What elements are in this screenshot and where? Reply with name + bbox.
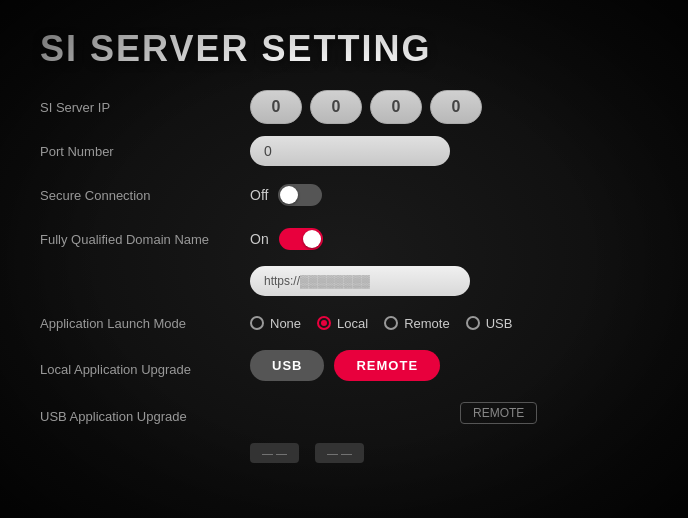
ip-octet-4[interactable]: 0 [430,90,482,124]
usb-remote-sub-label: REMOTE [460,402,537,424]
radio-local[interactable]: Local [317,316,368,331]
usb-app-upgrade-row: USB Application Upgrade REMOTE [40,399,648,433]
port-number-input[interactable]: 0 [250,136,450,166]
action-buttons: USB REMOTE [250,350,440,381]
secure-connection-label: Secure Connection [40,188,250,203]
url-input[interactable]: https:// ▓▓▓▓▓▓▓▓ [250,266,470,296]
fqdn-control: On [250,228,648,250]
usb-app-upgrade-control: REMOTE [250,402,648,430]
radio-usb[interactable]: USB [466,316,513,331]
radio-none-label: None [270,316,301,331]
fqdn-label: Fully Qualified Domain Name [40,232,250,247]
local-app-upgrade-label: Local Application Upgrade [40,362,250,377]
port-number-control: 0 [250,136,648,166]
secure-connection-value: Off [250,187,268,203]
fqdn-toggle-thumb [303,230,321,248]
radio-group: None Local Remote USB [250,316,512,331]
url-placeholder: ▓▓▓▓▓▓▓▓ [300,274,370,288]
app-launch-mode-row: Application Launch Mode None Local Remot… [40,306,648,340]
local-app-upgrade-row: Local Application Upgrade USB REMOTE [40,350,648,389]
secure-connection-row: Secure Connection Off [40,178,648,212]
radio-local-label: Local [337,316,368,331]
radio-remote-label: Remote [404,316,450,331]
port-number-row: Port Number 0 [40,134,648,168]
ip-octet-1[interactable]: 0 [250,90,302,124]
remote-button[interactable]: REMOTE [334,350,440,381]
bottom-item-2: — — [315,443,364,463]
radio-remote-circle [384,316,398,330]
secure-connection-control: Off [250,184,648,206]
ip-octet-3[interactable]: 0 [370,90,422,124]
fqdn-toggle[interactable] [279,228,323,250]
fqdn-row: Fully Qualified Domain Name On [40,222,648,256]
si-server-ip-row: SI Server IP 0 0 0 0 [40,90,648,124]
radio-usb-circle [466,316,480,330]
url-value: https:// [264,274,300,288]
radio-usb-label: USB [486,316,513,331]
app-launch-mode-control: None Local Remote USB [250,316,648,331]
ip-octet-2[interactable]: 0 [310,90,362,124]
usb-button[interactable]: USB [250,350,324,381]
screen: SI SERVER SETTING SI Server IP 0 0 0 0 P… [0,0,688,518]
toggle-thumb [280,186,298,204]
page-title: SI SERVER SETTING [40,28,648,70]
radio-local-circle [317,316,331,330]
ip-octets-group: 0 0 0 0 [250,90,648,124]
bottom-item-1: — — [250,443,299,463]
radio-none[interactable]: None [250,316,301,331]
fqdn-value: On [250,231,269,247]
radio-none-circle [250,316,264,330]
app-launch-mode-label: Application Launch Mode [40,316,250,331]
port-number-label: Port Number [40,144,250,159]
settings-panel: SI Server IP 0 0 0 0 Port Number 0 Secur… [40,90,648,463]
si-server-ip-label: SI Server IP [40,100,250,115]
bottom-row: — — — — [250,443,648,463]
usb-app-upgrade-label: USB Application Upgrade [40,409,250,424]
secure-connection-toggle[interactable] [278,184,322,206]
radio-remote[interactable]: Remote [384,316,450,331]
local-app-upgrade-control: USB REMOTE [250,350,648,389]
